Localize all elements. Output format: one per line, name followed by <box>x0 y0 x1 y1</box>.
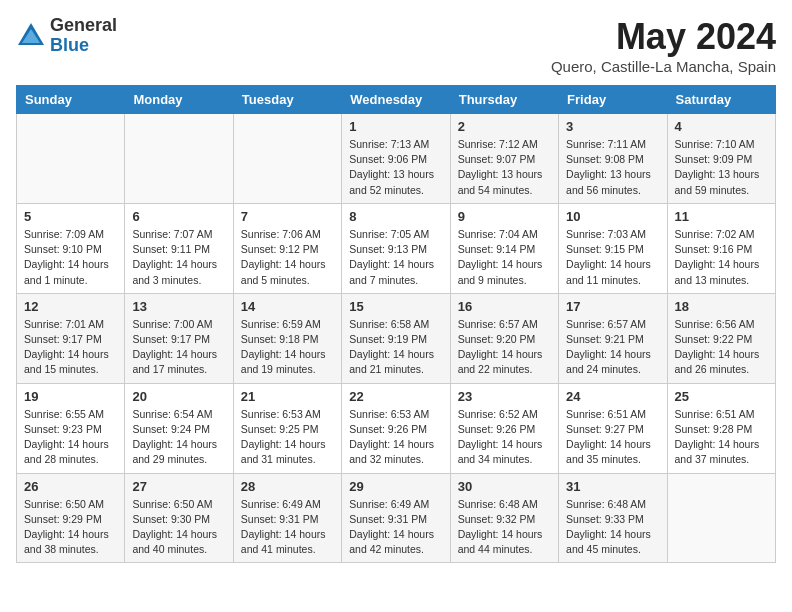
day-number: 30 <box>458 479 551 494</box>
calendar-cell: 21Sunrise: 6:53 AMSunset: 9:25 PMDayligh… <box>233 383 341 473</box>
calendar-cell: 14Sunrise: 6:59 AMSunset: 9:18 PMDayligh… <box>233 293 341 383</box>
logo-icon <box>16 21 46 51</box>
header-saturday: Saturday <box>667 86 775 114</box>
calendar-cell: 29Sunrise: 6:49 AMSunset: 9:31 PMDayligh… <box>342 473 450 563</box>
calendar-week-row: 19Sunrise: 6:55 AMSunset: 9:23 PMDayligh… <box>17 383 776 473</box>
header-monday: Monday <box>125 86 233 114</box>
calendar-cell: 10Sunrise: 7:03 AMSunset: 9:15 PMDayligh… <box>559 203 667 293</box>
calendar-cell <box>667 473 775 563</box>
day-number: 2 <box>458 119 551 134</box>
month-title: May 2024 <box>551 16 776 58</box>
day-detail: Sunrise: 6:48 AMSunset: 9:32 PMDaylight:… <box>458 497 551 558</box>
day-detail: Sunrise: 6:54 AMSunset: 9:24 PMDaylight:… <box>132 407 225 468</box>
calendar-cell <box>17 114 125 204</box>
day-number: 4 <box>675 119 768 134</box>
header-tuesday: Tuesday <box>233 86 341 114</box>
calendar-week-row: 26Sunrise: 6:50 AMSunset: 9:29 PMDayligh… <box>17 473 776 563</box>
day-number: 23 <box>458 389 551 404</box>
day-detail: Sunrise: 6:59 AMSunset: 9:18 PMDaylight:… <box>241 317 334 378</box>
calendar-week-row: 12Sunrise: 7:01 AMSunset: 9:17 PMDayligh… <box>17 293 776 383</box>
day-number: 13 <box>132 299 225 314</box>
day-detail: Sunrise: 7:01 AMSunset: 9:17 PMDaylight:… <box>24 317 117 378</box>
day-number: 27 <box>132 479 225 494</box>
day-number: 5 <box>24 209 117 224</box>
calendar-cell <box>125 114 233 204</box>
day-number: 16 <box>458 299 551 314</box>
day-detail: Sunrise: 6:48 AMSunset: 9:33 PMDaylight:… <box>566 497 659 558</box>
day-number: 24 <box>566 389 659 404</box>
day-number: 20 <box>132 389 225 404</box>
day-detail: Sunrise: 6:51 AMSunset: 9:28 PMDaylight:… <box>675 407 768 468</box>
day-number: 31 <box>566 479 659 494</box>
calendar-cell: 17Sunrise: 6:57 AMSunset: 9:21 PMDayligh… <box>559 293 667 383</box>
day-number: 21 <box>241 389 334 404</box>
day-detail: Sunrise: 7:02 AMSunset: 9:16 PMDaylight:… <box>675 227 768 288</box>
day-detail: Sunrise: 6:57 AMSunset: 9:21 PMDaylight:… <box>566 317 659 378</box>
calendar-cell: 6Sunrise: 7:07 AMSunset: 9:11 PMDaylight… <box>125 203 233 293</box>
calendar-cell: 18Sunrise: 6:56 AMSunset: 9:22 PMDayligh… <box>667 293 775 383</box>
day-detail: Sunrise: 7:05 AMSunset: 9:13 PMDaylight:… <box>349 227 442 288</box>
calendar-cell: 30Sunrise: 6:48 AMSunset: 9:32 PMDayligh… <box>450 473 558 563</box>
calendar-cell: 9Sunrise: 7:04 AMSunset: 9:14 PMDaylight… <box>450 203 558 293</box>
day-detail: Sunrise: 6:57 AMSunset: 9:20 PMDaylight:… <box>458 317 551 378</box>
calendar-cell: 25Sunrise: 6:51 AMSunset: 9:28 PMDayligh… <box>667 383 775 473</box>
day-detail: Sunrise: 7:06 AMSunset: 9:12 PMDaylight:… <box>241 227 334 288</box>
calendar-cell: 2Sunrise: 7:12 AMSunset: 9:07 PMDaylight… <box>450 114 558 204</box>
calendar-week-row: 1Sunrise: 7:13 AMSunset: 9:06 PMDaylight… <box>17 114 776 204</box>
day-detail: Sunrise: 7:04 AMSunset: 9:14 PMDaylight:… <box>458 227 551 288</box>
header-sunday: Sunday <box>17 86 125 114</box>
day-detail: Sunrise: 6:53 AMSunset: 9:26 PMDaylight:… <box>349 407 442 468</box>
day-number: 6 <box>132 209 225 224</box>
calendar-cell: 23Sunrise: 6:52 AMSunset: 9:26 PMDayligh… <box>450 383 558 473</box>
day-detail: Sunrise: 6:56 AMSunset: 9:22 PMDaylight:… <box>675 317 768 378</box>
header: General Blue May 2024 Quero, Castille-La… <box>16 16 776 75</box>
day-detail: Sunrise: 6:50 AMSunset: 9:29 PMDaylight:… <box>24 497 117 558</box>
day-number: 9 <box>458 209 551 224</box>
day-number: 18 <box>675 299 768 314</box>
calendar-cell: 20Sunrise: 6:54 AMSunset: 9:24 PMDayligh… <box>125 383 233 473</box>
calendar-cell: 12Sunrise: 7:01 AMSunset: 9:17 PMDayligh… <box>17 293 125 383</box>
calendar-cell: 16Sunrise: 6:57 AMSunset: 9:20 PMDayligh… <box>450 293 558 383</box>
calendar-table: SundayMondayTuesdayWednesdayThursdayFrid… <box>16 85 776 563</box>
day-number: 1 <box>349 119 442 134</box>
logo-general: General <box>50 16 117 36</box>
header-thursday: Thursday <box>450 86 558 114</box>
day-detail: Sunrise: 6:49 AMSunset: 9:31 PMDaylight:… <box>349 497 442 558</box>
day-detail: Sunrise: 6:53 AMSunset: 9:25 PMDaylight:… <box>241 407 334 468</box>
calendar-cell: 19Sunrise: 6:55 AMSunset: 9:23 PMDayligh… <box>17 383 125 473</box>
calendar-cell: 7Sunrise: 7:06 AMSunset: 9:12 PMDaylight… <box>233 203 341 293</box>
calendar-header-row: SundayMondayTuesdayWednesdayThursdayFrid… <box>17 86 776 114</box>
day-detail: Sunrise: 7:11 AMSunset: 9:08 PMDaylight:… <box>566 137 659 198</box>
logo-text: General Blue <box>50 16 117 56</box>
calendar-cell: 24Sunrise: 6:51 AMSunset: 9:27 PMDayligh… <box>559 383 667 473</box>
day-detail: Sunrise: 7:12 AMSunset: 9:07 PMDaylight:… <box>458 137 551 198</box>
day-number: 19 <box>24 389 117 404</box>
location-subtitle: Quero, Castille-La Mancha, Spain <box>551 58 776 75</box>
day-number: 8 <box>349 209 442 224</box>
day-number: 12 <box>24 299 117 314</box>
calendar-cell: 11Sunrise: 7:02 AMSunset: 9:16 PMDayligh… <box>667 203 775 293</box>
day-number: 28 <box>241 479 334 494</box>
day-number: 29 <box>349 479 442 494</box>
calendar-cell: 8Sunrise: 7:05 AMSunset: 9:13 PMDaylight… <box>342 203 450 293</box>
day-number: 14 <box>241 299 334 314</box>
calendar-cell <box>233 114 341 204</box>
calendar-cell: 27Sunrise: 6:50 AMSunset: 9:30 PMDayligh… <box>125 473 233 563</box>
calendar-cell: 1Sunrise: 7:13 AMSunset: 9:06 PMDaylight… <box>342 114 450 204</box>
day-detail: Sunrise: 7:00 AMSunset: 9:17 PMDaylight:… <box>132 317 225 378</box>
day-detail: Sunrise: 7:09 AMSunset: 9:10 PMDaylight:… <box>24 227 117 288</box>
day-number: 11 <box>675 209 768 224</box>
day-number: 17 <box>566 299 659 314</box>
day-detail: Sunrise: 6:58 AMSunset: 9:19 PMDaylight:… <box>349 317 442 378</box>
calendar-cell: 31Sunrise: 6:48 AMSunset: 9:33 PMDayligh… <box>559 473 667 563</box>
day-number: 10 <box>566 209 659 224</box>
calendar-cell: 15Sunrise: 6:58 AMSunset: 9:19 PMDayligh… <box>342 293 450 383</box>
calendar-cell: 22Sunrise: 6:53 AMSunset: 9:26 PMDayligh… <box>342 383 450 473</box>
day-detail: Sunrise: 7:10 AMSunset: 9:09 PMDaylight:… <box>675 137 768 198</box>
logo: General Blue <box>16 16 117 56</box>
calendar-week-row: 5Sunrise: 7:09 AMSunset: 9:10 PMDaylight… <box>17 203 776 293</box>
day-number: 22 <box>349 389 442 404</box>
day-detail: Sunrise: 6:52 AMSunset: 9:26 PMDaylight:… <box>458 407 551 468</box>
day-detail: Sunrise: 6:55 AMSunset: 9:23 PMDaylight:… <box>24 407 117 468</box>
calendar-cell: 26Sunrise: 6:50 AMSunset: 9:29 PMDayligh… <box>17 473 125 563</box>
